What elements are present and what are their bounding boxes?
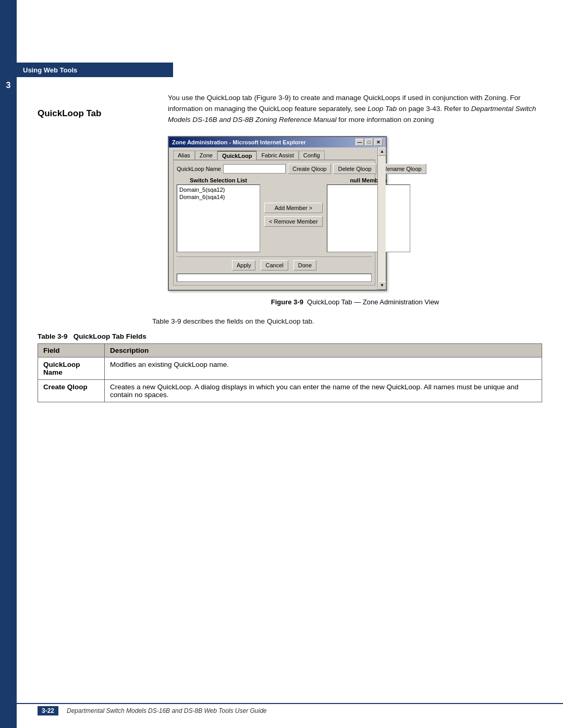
table-header-description: Description bbox=[105, 343, 542, 357]
field-name-2: Create Qloop bbox=[43, 383, 88, 391]
scroll-up-btn[interactable]: ▲ bbox=[378, 147, 386, 156]
section-title-col: QuickLoop Tab bbox=[38, 93, 152, 306]
footer-page-number: 3-22 bbox=[38, 706, 58, 715]
list-item[interactable]: Domain_5(sqa12) bbox=[178, 186, 259, 193]
tab-quickloop[interactable]: QuickLoop bbox=[217, 151, 256, 160]
table-row: QuickLoop Name Modifies an existing Quic… bbox=[38, 357, 542, 379]
page-footer: 3-22 Departmental Switch Models DS-16B a… bbox=[17, 703, 563, 718]
body-text-3: for more information on zoning bbox=[336, 116, 434, 124]
dialog-body: Alias Zone QuickLoop Fabric Assist Confi… bbox=[169, 147, 386, 290]
section-body-col: You use the QuickLoop tab (Figure 3-9) t… bbox=[168, 93, 542, 306]
figure-caption-text: QuickLoop Tab — Zone Administration View bbox=[307, 298, 439, 306]
figure-number: Figure 3-9 bbox=[271, 298, 303, 306]
figure-caption: Figure 3-9 QuickLoop Tab — Zone Administ… bbox=[168, 298, 542, 306]
switch-selection-list[interactable]: Domain_5(sqa12) Domain_6(sqa14) bbox=[177, 184, 260, 252]
null-members-header: null Members bbox=[327, 177, 410, 183]
tab-config[interactable]: Config bbox=[299, 151, 325, 159]
members-area: Switch Selection List Domain_5(sqa12) Do… bbox=[177, 177, 372, 252]
body-text-link: Loop Tab bbox=[368, 105, 397, 113]
tab-content: QuickLoop Name Create Qloop Delete Qloop… bbox=[173, 161, 375, 286]
scroll-down-btn[interactable]: ▼ bbox=[378, 281, 386, 290]
table-cell-field-2: Create Qloop bbox=[38, 379, 105, 402]
delete-qloop-button[interactable]: Delete Qloop bbox=[333, 164, 376, 174]
dialog-title: Zone Administration - Microsoft Internet… bbox=[172, 139, 306, 145]
member-action-buttons: Add Member > < Remove Member bbox=[264, 177, 323, 252]
section-body: You use the QuickLoop tab (Figure 3-9) t… bbox=[168, 93, 542, 126]
create-qloop-button[interactable]: Create Qloop bbox=[288, 164, 331, 174]
left-bar: 3 bbox=[0, 0, 17, 728]
table-cell-desc-1: Modifies an existing QuickLoop name. bbox=[105, 357, 542, 379]
minimize-button[interactable]: — bbox=[356, 139, 364, 146]
quickloop-name-input[interactable] bbox=[223, 164, 286, 174]
close-button[interactable]: ✕ bbox=[374, 139, 383, 146]
add-member-button[interactable]: Add Member > bbox=[264, 203, 323, 213]
table-title: QuickLoop Tab Fields bbox=[74, 332, 146, 340]
done-button[interactable]: Done bbox=[293, 260, 316, 270]
chapter-header-label: Using Web Tools bbox=[23, 66, 77, 74]
quickloop-name-row: QuickLoop Name Create Qloop Delete Qloop… bbox=[177, 164, 372, 174]
bottom-buttons: Apply Cancel Done bbox=[177, 256, 372, 270]
chapter-header-bar: Using Web Tools bbox=[17, 63, 173, 77]
switch-selection-col: Switch Selection List Domain_5(sqa12) Do… bbox=[177, 177, 260, 252]
table-header-field: Field bbox=[38, 343, 105, 357]
main-content: QuickLoop Tab You use the QuickLoop tab … bbox=[17, 77, 563, 423]
table-cell-desc-2: Creates a new QuickLoop. A dialog displa… bbox=[105, 379, 542, 402]
apply-button[interactable]: Apply bbox=[232, 260, 256, 270]
cancel-button[interactable]: Cancel bbox=[261, 260, 288, 270]
table-row: Create Qloop Creates a new QuickLoop. A … bbox=[38, 379, 542, 402]
dialog-window: Zone Administration - Microsoft Internet… bbox=[168, 136, 387, 291]
body-text-2: on page 3-43. Refer to bbox=[397, 105, 471, 113]
table-title-row: Table 3-9 QuickLoop Tab Fields bbox=[38, 332, 542, 340]
url-bar-area bbox=[177, 274, 372, 282]
tabs-row: Alias Zone QuickLoop Fabric Assist Confi… bbox=[173, 151, 375, 161]
table-number: Table 3-9 bbox=[38, 332, 68, 340]
section-layout: QuickLoop Tab You use the QuickLoop tab … bbox=[38, 93, 542, 306]
table-cell-field-1: QuickLoop Name bbox=[38, 357, 105, 379]
url-input[interactable] bbox=[177, 274, 372, 282]
titlebar-controls: — □ ✕ bbox=[356, 139, 383, 146]
scrollbar[interactable]: ▲ ▼ bbox=[377, 147, 386, 290]
list-item[interactable]: Domain_6(sqa14) bbox=[178, 193, 259, 201]
section-title: QuickLoop Tab bbox=[38, 108, 152, 119]
data-table: Field Description QuickLoop Name Modifie… bbox=[38, 343, 542, 402]
tab-fabric-assist[interactable]: Fabric Assist bbox=[256, 151, 298, 159]
maximize-button[interactable]: □ bbox=[365, 139, 373, 146]
null-members-col: null Members bbox=[327, 177, 410, 252]
remove-member-button[interactable]: < Remove Member bbox=[264, 216, 323, 227]
quickloop-name-label: QuickLoop Name bbox=[177, 166, 221, 172]
table-section: Table 3-9 describes the fields on the Qu… bbox=[38, 316, 542, 402]
scroll-track bbox=[378, 156, 386, 281]
chapter-number: 3 bbox=[0, 81, 17, 90]
field-name-1: QuickLoop Name bbox=[43, 361, 80, 376]
tab-alias[interactable]: Alias bbox=[173, 151, 195, 159]
null-members-list[interactable] bbox=[327, 184, 410, 252]
dialog-titlebar: Zone Administration - Microsoft Internet… bbox=[169, 137, 386, 147]
tab-zone[interactable]: Zone bbox=[195, 151, 217, 159]
footer-text: Departmental Switch Models DS-16B and DS… bbox=[67, 707, 267, 714]
switch-selection-header: Switch Selection List bbox=[177, 177, 260, 183]
table-intro: Table 3-9 describes the fields on the Qu… bbox=[152, 316, 542, 327]
